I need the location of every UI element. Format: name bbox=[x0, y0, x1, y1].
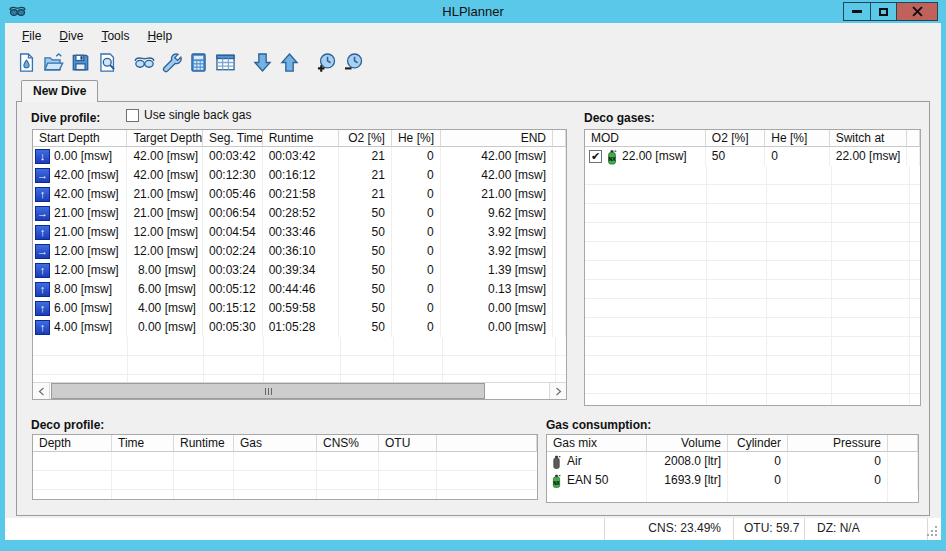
end-value: 42.00 [msw] bbox=[441, 166, 553, 185]
dive-profile-row[interactable]: ↑ 12.00 [msw] 8.00 [msw] 00:03:24 00:39:… bbox=[33, 261, 566, 280]
column-header[interactable]: Time bbox=[112, 435, 174, 452]
gas-enabled-checkbox[interactable]: ✔ bbox=[589, 150, 602, 163]
horizontal-scrollbar[interactable] bbox=[33, 382, 566, 399]
he-value: 0 bbox=[392, 318, 441, 337]
o2-value: 50 bbox=[339, 299, 392, 318]
dive-profile-row[interactable]: ↑ 4.00 [msw] 0.00 [msw] 00:05:30 01:05:2… bbox=[33, 318, 566, 337]
column-header[interactable]: O2 [%] bbox=[706, 130, 765, 147]
calculator-button[interactable] bbox=[185, 49, 212, 76]
column-header[interactable]: Volume bbox=[647, 435, 728, 452]
column-header[interactable]: Gas bbox=[234, 435, 317, 452]
dive-profile-row[interactable]: ↑ 6.00 [msw] 4.00 [msw] 00:15:12 00:59:5… bbox=[33, 299, 566, 318]
nitrox-tank-icon: NX bbox=[551, 473, 562, 489]
column-header-stub bbox=[437, 435, 537, 452]
start-depth-value: 42.00 [msw] bbox=[54, 185, 119, 204]
deco-profile-table: Depth Time Runtime Gas CNS% OTU bbox=[32, 434, 538, 500]
scrollbar-track[interactable] bbox=[50, 383, 549, 399]
segment-time-value: 00:05:46 bbox=[203, 185, 263, 204]
tab-new-dive[interactable]: New Dive bbox=[21, 80, 98, 102]
segment-time-value: 00:04:54 bbox=[203, 223, 263, 242]
move-down-button[interactable] bbox=[249, 49, 276, 76]
close-button[interactable] bbox=[896, 2, 938, 21]
print-preview-button[interactable] bbox=[94, 49, 121, 76]
o2-value: 50 bbox=[339, 261, 392, 280]
column-header[interactable]: END bbox=[441, 130, 553, 147]
scrollbar-thumb[interactable] bbox=[51, 383, 485, 399]
dive-profile-row[interactable]: ↑ 21.00 [msw] 12.00 [msw] 00:04:54 00:33… bbox=[33, 223, 566, 242]
start-depth-value: 12.00 [msw] bbox=[54, 242, 119, 261]
dive-profile-row[interactable]: → 21.00 [msw] 21.00 [msw] 00:06:54 00:28… bbox=[33, 204, 566, 223]
column-header[interactable]: Pressure bbox=[788, 435, 888, 452]
target-depth-value: 21.00 [msw] bbox=[127, 204, 203, 223]
segment-direction-icon: → bbox=[35, 168, 50, 183]
dive-profile-row[interactable]: ↑ 42.00 [msw] 21.00 [msw] 00:05:46 00:21… bbox=[33, 185, 566, 204]
menu-item[interactable]: File bbox=[13, 25, 50, 47]
save-button[interactable] bbox=[67, 49, 94, 76]
new-file-icon bbox=[16, 52, 37, 73]
use-single-back-gas-checkbox[interactable]: Use single back gas bbox=[126, 108, 251, 122]
dive-table-button[interactable] bbox=[212, 49, 239, 76]
checkbox-label: Use single back gas bbox=[144, 108, 251, 122]
scroll-right-button[interactable] bbox=[549, 383, 566, 399]
minimize-button[interactable] bbox=[843, 2, 871, 21]
target-depth-value: 42.00 [msw] bbox=[127, 166, 203, 185]
runtime-value: 00:28:52 bbox=[263, 204, 340, 223]
column-header[interactable]: O2 [%] bbox=[339, 130, 392, 147]
move-up-button[interactable] bbox=[276, 49, 303, 76]
column-header[interactable]: Cylinder bbox=[728, 435, 788, 452]
start-depth-value: 21.00 [msw] bbox=[54, 204, 119, 223]
titlebar[interactable]: HLPlanner bbox=[5, 0, 941, 23]
dive-profile-row[interactable]: → 42.00 [msw] 42.00 [msw] 00:12:30 00:16… bbox=[33, 166, 566, 185]
svg-text:NX: NX bbox=[553, 480, 560, 485]
column-header[interactable]: Seg. Time bbox=[203, 130, 263, 147]
maximize-button[interactable] bbox=[870, 2, 897, 21]
column-header[interactable]: Runtime bbox=[263, 130, 340, 147]
gas-consumption-row[interactable]: NX EAN 50 1693.9 [ltr] 0 0 bbox=[547, 471, 918, 490]
gas-consumption-empty-area bbox=[547, 490, 918, 502]
segment-time-value: 00:05:30 bbox=[203, 318, 263, 337]
column-header[interactable]: CNS% bbox=[317, 435, 379, 452]
statusbar-spacer bbox=[5, 518, 604, 540]
runtime-value: 00:44:46 bbox=[263, 280, 340, 299]
deco-gas-row[interactable]: ✔ NX 22.00 [msw] 50 0 22.00 [msw] bbox=[585, 147, 920, 166]
segment-direction-icon: → bbox=[35, 244, 50, 259]
dive-profile-row[interactable]: ↑ 8.00 [msw] 6.00 [msw] 00:05:12 00:44:4… bbox=[33, 280, 566, 299]
add-time-button[interactable] bbox=[313, 49, 340, 76]
end-value: 3.92 [msw] bbox=[441, 223, 553, 242]
tabstrip: New Dive bbox=[5, 77, 941, 101]
column-header[interactable]: Gas mix bbox=[547, 435, 647, 452]
column-header[interactable]: Depth bbox=[33, 435, 112, 452]
column-header[interactable]: Start Depth bbox=[33, 130, 127, 147]
column-header[interactable]: Target Depth bbox=[127, 130, 203, 147]
gas-consumption-row[interactable]: Air 2008.0 [ltr] 0 0 bbox=[547, 452, 918, 471]
he-value: 0 bbox=[392, 223, 441, 242]
menu-item[interactable]: Dive bbox=[50, 25, 92, 47]
dive-mask-button[interactable] bbox=[131, 49, 158, 76]
resize-grip[interactable] bbox=[927, 518, 941, 540]
segment-direction-icon: ↑ bbox=[35, 187, 50, 202]
o2-value: 50 bbox=[339, 242, 392, 261]
column-header[interactable]: Switch at bbox=[830, 130, 907, 147]
deco-gases-table: MOD O2 [%] He [%] Switch at ✔ NX bbox=[584, 129, 921, 406]
segment-time-value: 00:15:12 bbox=[203, 299, 263, 318]
column-header[interactable]: He [%] bbox=[392, 130, 441, 147]
scroll-left-button[interactable] bbox=[33, 383, 50, 399]
settings-button[interactable] bbox=[158, 49, 185, 76]
menu-item[interactable]: Help bbox=[138, 25, 181, 47]
dive-profile-row[interactable]: ↓ 0.00 [msw] 42.00 [msw] 00:03:42 00:03:… bbox=[33, 147, 566, 166]
he-value: 0 bbox=[392, 299, 441, 318]
column-header[interactable]: OTU bbox=[379, 435, 437, 452]
menu-item[interactable]: Tools bbox=[92, 25, 138, 47]
column-header[interactable]: He [%] bbox=[765, 130, 829, 147]
chevron-left-icon bbox=[38, 387, 45, 396]
column-header[interactable]: MOD bbox=[585, 130, 706, 147]
new-file-button[interactable] bbox=[13, 49, 40, 76]
dive-profile-row[interactable]: → 12.00 [msw] 12.00 [msw] 00:02:24 00:36… bbox=[33, 242, 566, 261]
open-file-button[interactable] bbox=[40, 49, 67, 76]
down-arrow-icon bbox=[252, 52, 273, 73]
client-area: FileDiveToolsHelp bbox=[5, 23, 941, 540]
column-header[interactable]: Runtime bbox=[174, 435, 234, 452]
segment-time-value: 00:03:42 bbox=[203, 147, 263, 166]
deco-gases-label: Deco gases: bbox=[584, 111, 655, 125]
remove-time-button[interactable] bbox=[340, 49, 367, 76]
